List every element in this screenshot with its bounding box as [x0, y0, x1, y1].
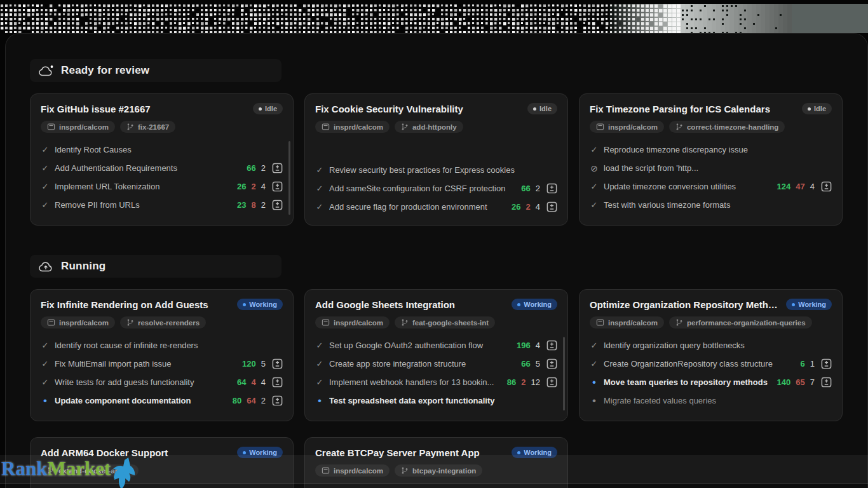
branch-name: resolve-rerenders — [138, 319, 200, 327]
files-count: 2 — [261, 200, 266, 210]
diff-file-icon[interactable] — [546, 183, 557, 194]
task-row[interactable]: • Update component documentation 80 64 2 — [41, 391, 283, 410]
task-row[interactable]: • Move team queries to repository method… — [590, 373, 832, 391]
check-icon: ✓ — [315, 184, 324, 193]
diff-file-icon[interactable] — [272, 200, 283, 210]
task-row[interactable]: ✓ Fix MultiEmail import path issue 120 5 — [41, 355, 283, 373]
status-label: Idle — [539, 105, 552, 112]
task-row[interactable]: ✓ Reproduce timezone discrepancy issue — [590, 140, 832, 159]
diff-file-icon[interactable] — [821, 358, 832, 369]
task-card[interactable]: Fix Infinite Rendering on Add Guests Wor… — [30, 289, 294, 421]
task-row[interactable]: • Migrate faceted values queries — [590, 391, 832, 410]
task-row[interactable]: ✓ Set up Google OAuth2 authentication fl… — [315, 336, 557, 355]
card-tags: insprd/calcom correct-timezone-handling — [590, 121, 832, 133]
task-label: Test spreadsheet data export functionali… — [329, 396, 557, 405]
check-icon: ✓ — [590, 341, 599, 350]
task-row[interactable]: ✓ Create app store integration structure… — [315, 355, 557, 373]
repo-tag: insprd/calcom — [41, 316, 115, 329]
branch-tag: correct-timezone-handling — [669, 121, 785, 133]
check-icon: ✓ — [315, 377, 324, 387]
card-tags: insprd/calcom feat-google-sheets-int — [315, 316, 557, 329]
diff-file-icon[interactable] — [272, 163, 283, 173]
check-icon: ✓ — [590, 182, 599, 191]
check-icon: ✓ — [315, 202, 324, 212]
check-icon: ✓ — [41, 200, 50, 210]
diff-file-icon[interactable] — [272, 395, 283, 406]
task-list: ✓ Identify Root Causes ✓ Add Authenticat… — [41, 140, 283, 216]
files-count: 4 — [261, 377, 266, 387]
deletions-count: 8 — [252, 200, 256, 210]
card-tags: insprd/calcom add-httponly — [315, 121, 557, 133]
task-row[interactable]: ✓ Test with various timezone formats — [590, 196, 832, 214]
status-label: Working — [798, 301, 826, 308]
task-card[interactable]: Fix Cookie Security Vulnerability Idle i… — [304, 93, 568, 226]
task-row[interactable]: ✓ Remove PII from URLs 23 8 2 — [41, 196, 283, 214]
task-row[interactable]: ✓ Implement URL Tokenization 26 2 4 — [41, 177, 283, 196]
status-dot-icon — [808, 107, 811, 111]
diff-file-icon[interactable] — [272, 377, 283, 388]
task-row[interactable]: ✓ Add sameSite configuration for CSRF pr… — [315, 179, 557, 198]
repo-tag: insprd/calcom — [41, 121, 115, 133]
repo-icon — [47, 318, 55, 327]
status-badge: Idle — [527, 103, 557, 114]
task-label: Review security best practices for Expre… — [329, 165, 557, 175]
branch-tag: resolve-rerenders — [120, 316, 206, 329]
task-row[interactable]: • Test spreadsheet data export functiona… — [315, 391, 557, 410]
additions-count: 80 — [233, 396, 241, 405]
branch-tag: feat-google-sheets-int — [395, 316, 495, 329]
branch-tag: add-httponly — [395, 121, 463, 133]
task-row[interactable]: ✓ Identify organization query bottleneck… — [590, 336, 832, 355]
task-list: ✓ Identify organization query bottleneck… — [590, 336, 832, 412]
task-row[interactable]: ✓ Identify Root Causes — [41, 140, 283, 159]
scrollbar[interactable] — [563, 337, 565, 410]
task-row[interactable]: ✓ Review security best practices for Exp… — [315, 161, 557, 179]
git-branch-icon — [675, 123, 683, 131]
task-row[interactable]: ✓ Identify root cause of infinite re-ren… — [41, 336, 283, 355]
cloud-upload-icon — [39, 261, 53, 273]
task-row[interactable]: ⊘ load the script from 'http... — [590, 159, 832, 177]
task-row[interactable]: ✓ Create OrganizationRepository class st… — [590, 355, 832, 373]
branch-name: feat-google-sheets-int — [412, 319, 489, 327]
task-card[interactable]: Optimize Organization Repository Metho..… — [579, 289, 843, 421]
task-row[interactable]: ✓ Add secure flag for production environ… — [315, 198, 557, 216]
task-label: Fix MultiEmail import path issue — [55, 359, 234, 369]
additions-count: 66 — [247, 163, 255, 173]
diff-file-icon[interactable] — [272, 181, 283, 192]
diff-file-icon[interactable] — [546, 340, 557, 351]
diff-file-icon[interactable] — [546, 358, 557, 369]
task-label: Identify root cause of infinite re-rende… — [55, 341, 283, 350]
diff-file-icon[interactable] — [546, 201, 557, 212]
task-label: Move team queries to repository methods — [604, 377, 770, 387]
section: Running Fix Infinite Rendering on Add Gu… — [30, 255, 867, 488]
task-row[interactable]: ✓ Add Authentication Requirements 66 2 — [41, 159, 283, 177]
check-icon: ✓ — [41, 359, 50, 369]
repo-icon — [322, 318, 330, 327]
files-count: 4 — [810, 182, 815, 191]
diff-file-icon[interactable] — [272, 358, 283, 369]
card-header: Add Google Sheets Integration Working — [315, 299, 557, 310]
task-row[interactable]: ✓ Write tests for add guests functionali… — [41, 373, 283, 391]
repo-tag: insprd/calcom — [590, 316, 664, 329]
diff-file-icon[interactable] — [821, 377, 832, 388]
task-card[interactable]: Fix GitHub issue #21667 Idle insprd/calc… — [30, 93, 294, 226]
active-dot-icon: • — [315, 398, 324, 404]
additions-count: 86 — [507, 377, 516, 387]
task-list: ✓ Review security best practices for Exp… — [315, 140, 557, 216]
status-dot-icon — [259, 107, 262, 111]
task-label: Add secure flag for production environme… — [329, 202, 504, 212]
task-card[interactable]: Add Google Sheets Integration Working in… — [304, 289, 568, 421]
task-card[interactable]: Fix Timezone Parsing for ICS Calendars I… — [579, 93, 843, 226]
diff-file-icon[interactable] — [821, 181, 832, 192]
card-title: Fix Timezone Parsing for ICS Calendars — [590, 104, 796, 114]
status-label: Working — [249, 301, 277, 308]
diff-file-icon[interactable] — [546, 377, 557, 388]
dither-banner — [0, 4, 868, 33]
additions-count: 64 — [237, 377, 246, 387]
status-badge: Working — [786, 299, 832, 310]
scrollbar[interactable] — [288, 141, 290, 215]
task-row[interactable]: ✓ Update timezone conversion utilities 1… — [590, 177, 832, 196]
additions-count: 66 — [521, 184, 530, 193]
files-count: 1 — [810, 359, 815, 369]
task-row[interactable]: ✓ Implement webhook handlers for 13 book… — [315, 373, 557, 391]
check-icon: ✓ — [315, 359, 324, 369]
